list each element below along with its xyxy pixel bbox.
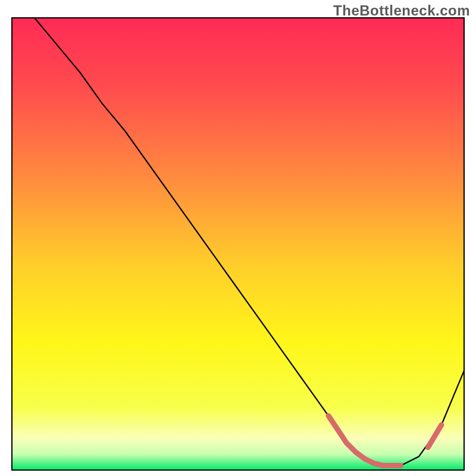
chart-svg bbox=[0, 0, 476, 476]
chart-container: TheBottleneck.com bbox=[0, 0, 476, 476]
plot-background bbox=[12, 18, 464, 470]
